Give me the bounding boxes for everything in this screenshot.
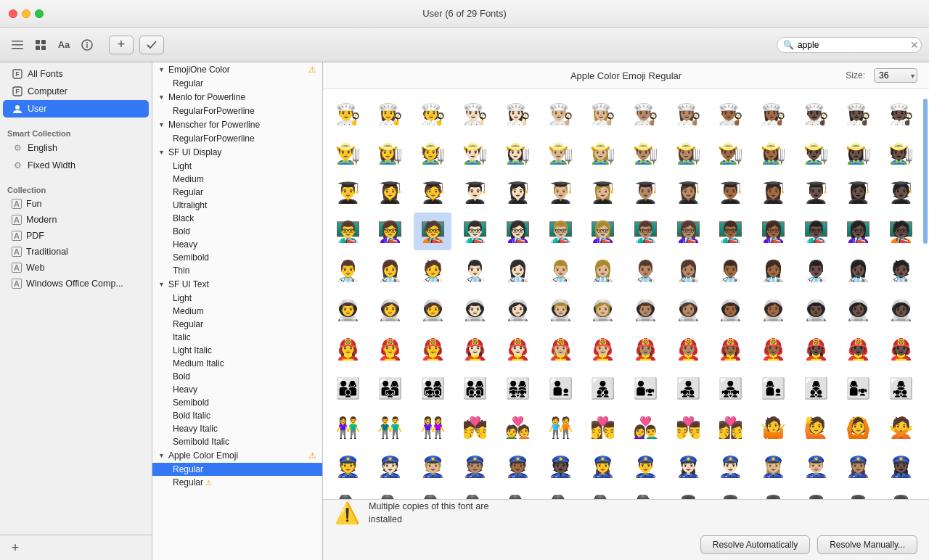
emoji-cell[interactable]: 👩🏿‍🚒 [797, 330, 835, 368]
emoji-cell[interactable]: 👩🏼‍🎓 [584, 173, 622, 211]
emoji-cell[interactable]: 👭 [414, 408, 451, 446]
emoji-cell[interactable]: 👩🏽‍🎓 [669, 173, 707, 211]
sf-text-bold[interactable]: Bold [152, 370, 322, 383]
emoji-cell[interactable]: 🧑‍🚒 [414, 330, 451, 368]
emoji-cell[interactable]: 🕵🏼 [414, 487, 451, 499]
sidebar-item-traditional[interactable]: A Traditional [0, 244, 152, 260]
emoji-cell[interactable]: 👨🏿‍⚕️ [797, 252, 835, 289]
emoji-cell[interactable]: 👨🏽‍🚀 [626, 291, 664, 329]
emoji-cell[interactable]: 👮🏼 [414, 448, 451, 485]
emoji-cell[interactable]: 👨🏿‍🎓 [797, 173, 835, 211]
sf-text-semibold[interactable]: Semibold [152, 396, 322, 409]
emojione-regular[interactable]: Regular [152, 77, 322, 90]
emoji-cell[interactable]: 👩🏽‍🍳 [669, 95, 707, 133]
emoji-cell[interactable]: 👩🏻‍🏫 [499, 213, 537, 250]
emoji-cell[interactable]: 👩🏾‍🚒 [712, 330, 750, 368]
emoji-cell[interactable]: 👨🏻‍🍳 [457, 95, 494, 133]
emoji-cell[interactable]: 👮🏿‍♀️ [882, 448, 920, 485]
emoji-cell[interactable]: 👮🏻 [372, 448, 409, 485]
emoji-cell[interactable]: 👨🏿‍🚒 [840, 330, 877, 368]
sf-text-medium-italic[interactable]: Medium Italic [152, 357, 322, 370]
emoji-cell[interactable]: 👨🏻‍🌾 [457, 134, 494, 172]
emoji-cell[interactable]: 👨🏾‍🌾 [712, 134, 750, 172]
sf-display-light[interactable]: Light [152, 160, 322, 173]
emoji-cell[interactable]: 👩🏽‍🚒 [626, 330, 664, 368]
emoji-cell[interactable]: 👨‍👧‍👧 [712, 369, 750, 407]
emoji-cell[interactable]: 🙆 [840, 408, 877, 446]
emoji-cell[interactable]: 👨🏻‍🚀 [457, 291, 494, 329]
emoji-cell[interactable]: 👮🏼‍♀️ [754, 448, 792, 485]
emoji-cell[interactable]: 👩🏼‍🏫 [584, 213, 622, 250]
emoji-cell[interactable]: 🧑🏿‍🚒 [882, 330, 920, 368]
sidebar-item-all-fonts[interactable]: F All Fonts [0, 65, 152, 83]
emoji-cell[interactable]: 🧑🏿‍🍳 [882, 95, 920, 133]
emoji-cell[interactable]: 🕵🏽 [457, 487, 494, 499]
emoji-cell[interactable]: 👩🏻‍⚕️ [499, 252, 537, 289]
emoji-cell[interactable]: 🧑🏿‍⚕️ [882, 252, 920, 289]
emoji-cell[interactable]: 👨🏼‍🏫 [541, 213, 579, 250]
emoji-cell[interactable]: 👩🏻‍🌾 [499, 134, 537, 172]
emoji-cell[interactable]: 👨‍👧 [626, 369, 664, 407]
emoji-cell[interactable]: 💂🏼 [754, 487, 792, 499]
menlo-header[interactable]: ▼ Menlo for Powerline [152, 90, 322, 104]
emoji-cell[interactable]: 🤷 [754, 408, 792, 446]
emoji-cell[interactable]: 👩‍👦 [754, 369, 792, 407]
emoji-cell[interactable]: 🕵️‍♀️ [584, 487, 622, 499]
emoji-cell[interactable]: 👨‍🚒 [372, 330, 409, 368]
emoji-cell[interactable]: 👨‍🍳 [329, 95, 367, 133]
emoji-cell[interactable]: 💂🏾 [840, 487, 877, 499]
emoji-cell[interactable]: 👩🏽‍🏫 [669, 213, 707, 250]
emoji-cell[interactable]: 🕵️‍♂️ [626, 487, 664, 499]
emoji-cell[interactable]: 👨🏽‍🚒 [669, 330, 707, 368]
emoji-cell[interactable]: 👨🏾‍🍳 [712, 95, 750, 133]
emoji-cell[interactable]: 👮🏽‍♀️ [840, 448, 877, 485]
sidebar-item-user[interactable]: User [3, 100, 149, 118]
emoji-cell[interactable]: 👩‍🏫 [372, 213, 409, 250]
emoji-cell[interactable]: 👨🏿‍🚀 [797, 291, 835, 329]
emoji-cell[interactable]: 👩🏼‍⚕️ [584, 252, 622, 289]
emoji-cell[interactable]: 👨🏽‍🌾 [626, 134, 664, 172]
emoji-cell[interactable]: 🕵🏾 [499, 487, 537, 499]
emoji-cell[interactable]: 👨🏾‍⚕️ [712, 252, 750, 289]
text-view-button[interactable]: Aa [54, 35, 74, 55]
emoji-cell[interactable]: 👩🏾‍⚕️ [754, 252, 792, 289]
emoji-cell[interactable]: 👨‍⚕️ [329, 252, 367, 289]
emoji-cell[interactable]: 👨🏼‍🚒 [584, 330, 622, 368]
emoji-cell[interactable]: 👩‍🍳 [372, 95, 409, 133]
emoji-cell[interactable]: 👩🏻‍🚒 [457, 330, 494, 368]
emoji-cell[interactable]: 👩🏾‍🍳 [754, 95, 792, 133]
sidebar-item-computer[interactable]: F Computer [0, 83, 152, 100]
emoji-cell[interactable]: 🧑‍🍳 [414, 95, 451, 133]
emoji-cell[interactable]: 🕵🏿 [541, 487, 579, 499]
emoji-cell[interactable]: 👩🏼‍🌾 [584, 134, 622, 172]
emoji-cell[interactable]: 👩🏿‍🌾 [840, 134, 877, 172]
emoji-cell[interactable]: 💂🏿 [882, 487, 920, 499]
emoji-cell[interactable]: 💂🏻 [712, 487, 750, 499]
emoji-cell[interactable]: 👩🏽‍🌾 [669, 134, 707, 172]
emoji-cell[interactable]: 👩🏿‍🎓 [840, 173, 877, 211]
emoji-cell[interactable]: 💂 [669, 487, 707, 499]
emoji-cell[interactable]: 👨‍👩‍👦‍👦 [457, 369, 494, 407]
emoji-cell[interactable]: 👨🏼‍🎓 [541, 173, 579, 211]
emoji-cell[interactable]: 💏 [457, 408, 494, 446]
sidebar-item-modern[interactable]: A Modern [0, 212, 152, 228]
emoji-cell[interactable]: 👩‍🚀 [372, 291, 409, 329]
emoji-cell[interactable]: 👮🏽 [457, 448, 494, 485]
emoji-cell[interactable]: 👩🏿‍🏫 [840, 213, 877, 250]
menlo-regular[interactable]: RegularForPowerline [152, 104, 322, 118]
emoji-cell[interactable]: 👬 [372, 408, 409, 446]
emoji-cell[interactable]: 👮‍♀️ [584, 448, 622, 485]
emoji-cell[interactable]: 👩🏼‍🚒 [541, 330, 579, 368]
emoji-cell[interactable]: 👨🏻‍⚕️ [457, 252, 494, 289]
validate-button[interactable] [139, 36, 164, 54]
sf-display-ultralight[interactable]: Ultralight [152, 199, 322, 212]
emoji-cell[interactable]: 👩‍👧‍👦 [882, 369, 920, 407]
resolve-automatically-button[interactable]: Resolve Automatically [700, 535, 810, 554]
info-button[interactable]: i [77, 35, 97, 55]
emojione-header[interactable]: ▼ EmojiOne Color ⚠ [152, 62, 322, 77]
emoji-cell[interactable]: 👩‍🚒 [329, 330, 367, 368]
size-select[interactable]: 36 12 18 24 48 64 72 [874, 68, 917, 83]
emoji-cell[interactable]: 👩🏾‍🎓 [754, 173, 792, 211]
sf-display-medium[interactable]: Medium [152, 173, 322, 186]
emoji-cell[interactable]: 👨🏻‍🎓 [457, 173, 494, 211]
